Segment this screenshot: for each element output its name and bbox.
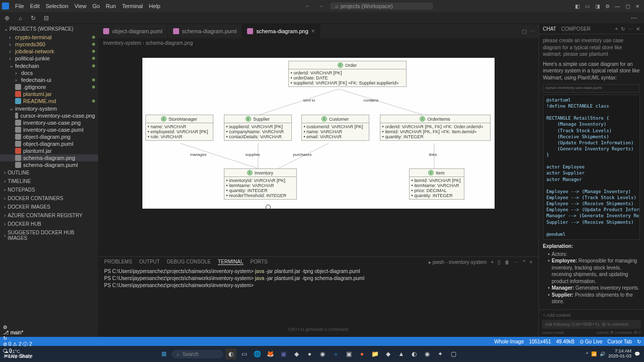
menu-edit[interactable]: Edit — [27, 3, 43, 9]
firefox-icon[interactable]: 🦊 — [265, 348, 276, 359]
tree-item[interactable]: inventory-use-case.puml — [0, 126, 98, 133]
trash-icon[interactable]: 🗑 — [505, 259, 510, 265]
outline-section[interactable]: AZURE CONTAINER REGISTRY — [0, 211, 98, 220]
editor-tab[interactable]: schema-diagram.png× — [242, 24, 320, 38]
tab-chat[interactable]: CHAT — [543, 26, 556, 32]
more-icon[interactable]: ⋯ — [629, 13, 639, 23]
app-icon[interactable]: ◉ — [422, 348, 433, 359]
history-icon[interactable]: ↻ — [621, 26, 625, 32]
task-view-icon[interactable]: ▭ — [238, 348, 250, 359]
layout-sidebar-icon[interactable]: ◧ — [573, 2, 582, 10]
chevron-up-icon[interactable]: ^ — [523, 259, 525, 265]
more-icon[interactable]: ⋯ — [514, 259, 519, 265]
menu-view[interactable]: View — [71, 3, 90, 9]
cursor-app-icon[interactable]: ▢ — [448, 348, 459, 359]
tree-item[interactable]: object-diagram.puml — [0, 140, 98, 147]
plus-icon[interactable]: + — [615, 26, 618, 32]
notifications-icon[interactable]: 💬 — [634, 351, 640, 356]
search-icon[interactable]: ⌕ — [15, 13, 25, 23]
status-item[interactable]: Cursor Tab — [607, 339, 632, 344]
panel-tab-ports[interactable]: PORTS — [251, 259, 268, 265]
gear-icon[interactable]: ⚙ — [603, 2, 612, 10]
app-icon[interactable]: ● — [304, 348, 315, 359]
copilot-icon[interactable]: ◐ — [225, 348, 236, 359]
vscode-icon[interactable]: ⟐ — [330, 348, 341, 359]
refresh-icon[interactable]: ↻ — [28, 13, 38, 23]
terminal-icon[interactable]: ▣ — [343, 348, 354, 359]
volume-icon[interactable]: 🔊 — [600, 351, 605, 356]
app-icon[interactable]: ✦ — [435, 348, 446, 359]
shell-label[interactable]: ▸ pwsh - inventory-system — [429, 259, 487, 265]
tree-item[interactable]: cursor-inventory-use-case.png — [0, 112, 98, 119]
explorer-header[interactable]: ⌄ PROJECTS (WORKSPACE) — [0, 24, 98, 34]
panel-tab-debug console[interactable]: DEBUG CONSOLE — [167, 259, 211, 265]
menu-help[interactable]: Help — [146, 3, 164, 9]
tree-item[interactable]: inventory-use-case.png — [0, 119, 98, 126]
explorer-icon[interactable]: 📁 — [369, 348, 380, 359]
layout-panel-icon[interactable]: ▭ — [583, 2, 592, 10]
outline-section[interactable]: DOCKER IMAGES — [0, 203, 98, 211]
plus-icon[interactable]: + — [491, 259, 494, 265]
tree-item[interactable]: .gitignore — [0, 83, 98, 90]
maximize-icon[interactable]: ▢ — [623, 2, 632, 10]
close-icon[interactable]: ✕ — [636, 26, 640, 32]
status-item[interactable]: Whole Image — [494, 339, 524, 344]
close-icon[interactable]: × — [311, 28, 315, 35]
postman-icon[interactable]: ● — [356, 348, 367, 359]
panel-tab-terminal[interactable]: TERMINAL — [218, 259, 244, 265]
new-file-icon[interactable]: ⊕ — [2, 13, 12, 23]
add-context-button[interactable]: + Add context — [542, 312, 641, 319]
status-item[interactable]: ⊘ 0 ⚠ 2 ⓘ 2 — [3, 341, 33, 348]
layout-split-icon[interactable]: ◨ — [593, 2, 602, 10]
app-icon[interactable]: ▲ — [395, 348, 407, 359]
panel-tab-problems[interactable]: PROBLEMS — [104, 259, 132, 265]
editor-tab[interactable]: schema-diagram.puml — [168, 24, 243, 38]
nav-forward-icon[interactable]: → — [316, 3, 326, 9]
app-icon[interactable]: ◉ — [317, 348, 328, 359]
outline-section[interactable]: DOCKER HUB — [0, 220, 98, 228]
tree-item[interactable]: README.md — [0, 98, 98, 105]
panel-tab-output[interactable]: OUTPUT — [139, 259, 160, 265]
status-item[interactable]: 1051x451 — [529, 339, 551, 344]
editor-tab[interactable]: object-diagram.puml — [98, 24, 168, 38]
more-icon[interactable]: ⋯ — [530, 28, 535, 35]
status-item[interactable]: ↻ — [637, 339, 641, 344]
tree-item[interactable]: fedechain — [0, 62, 98, 69]
teams-icon[interactable]: ▣ — [278, 348, 289, 359]
close-icon[interactable]: × — [529, 259, 532, 265]
menu-run[interactable]: Run — [103, 3, 119, 9]
code-block[interactable]: @startuml !define RECTANGLE class RECTAN… — [543, 95, 640, 240]
start-icon[interactable]: ⊞ — [158, 348, 170, 359]
breadcrumb[interactable]: inventory-systemschema-diagram.png — [98, 38, 538, 48]
menu-file[interactable]: File — [12, 3, 27, 9]
tree-item[interactable]: political-junkie — [0, 55, 98, 62]
outline-section[interactable]: SUGGESTED DOCKER HUB IMAGES — [0, 228, 98, 242]
app-icon[interactable]: ◆ — [291, 348, 302, 359]
model-selector[interactable]: cursor-small — [542, 330, 564, 335]
tree-item[interactable]: crypto-terminal — [0, 34, 98, 41]
tree-item[interactable]: fedechain-ui — [0, 76, 98, 83]
app-icon[interactable]: ◆ — [382, 348, 393, 359]
tree-item[interactable]: mycreds360 — [0, 41, 98, 48]
status-item[interactable]: 49.49kB — [556, 339, 575, 344]
command-center[interactable]: ⌕projects (Workspace) — [330, 3, 433, 10]
status-item[interactable]: ↻ — [3, 335, 33, 341]
collapse-icon[interactable]: ⊟ — [41, 13, 51, 23]
tree-item[interactable]: schema-diagram.puml — [0, 161, 98, 168]
taskbar-search[interactable]: ⌕ Search — [172, 350, 224, 358]
menu-go[interactable]: Go — [90, 3, 103, 9]
status-item[interactable]: ⊘ — [3, 324, 33, 330]
minimize-icon[interactable]: — — [613, 2, 622, 10]
tree-item[interactable]: plantuml.jar — [0, 147, 98, 154]
tree-item[interactable]: docs — [0, 69, 98, 76]
split-icon[interactable]: ▢ — [522, 28, 527, 35]
menu-selection[interactable]: Selection — [43, 3, 71, 9]
nav-back-icon[interactable]: ← — [303, 3, 312, 9]
chat-input[interactable]: Ask followup (Ctrl+Shift+Y), @ to mentio… — [542, 320, 641, 329]
tree-item[interactable]: schema-diagram.png — [0, 154, 98, 161]
status-item[interactable]: ⊙ Go Live — [580, 339, 602, 344]
tray-chevron-icon[interactable]: ^ — [586, 351, 588, 356]
weather-widget[interactable]: ☁ 21°CMostly cloudy — [4, 349, 32, 358]
outline-section[interactable]: TIMELINE — [0, 177, 98, 186]
more-icon[interactable]: ⋯ — [628, 26, 633, 32]
